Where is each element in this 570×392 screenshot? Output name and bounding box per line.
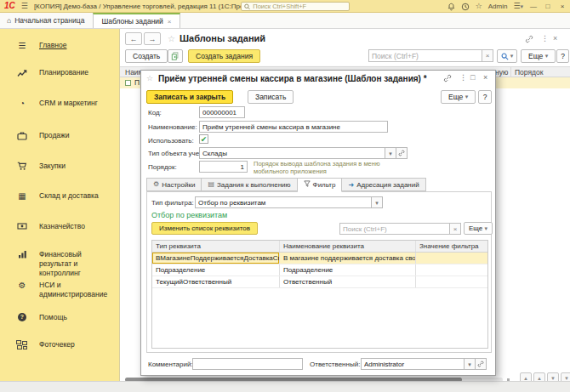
edit-attributes-list-button[interactable]: Изменить список реквизитов [151,222,258,235]
more-menu-icon[interactable]: ⋮ [541,35,549,43]
column-partial-header[interactable]: ную [495,68,508,77]
comment-field[interactable] [192,358,303,370]
filter-more-button[interactable]: Еще ▾ [464,222,493,235]
tab-label: Адресация заданий [356,181,419,189]
get-link-icon[interactable] [525,35,533,45]
back-button[interactable]: ← [125,32,142,45]
dialog-more-button[interactable]: Еще ▾ [441,90,476,104]
tab-filter[interactable]: Фильтр [298,178,343,192]
sidebar-item-photochecker[interactable]: Фоточекер [0,340,120,350]
order-label: Порядок: [148,163,177,171]
save-button[interactable]: Записать [248,90,294,104]
tab-task-addressing[interactable]: ➜Адресация заданий [342,178,425,191]
sidebar-item-purchases[interactable]: Закупки [0,162,120,171]
tab-settings[interactable]: ⚙Настройки [146,178,202,191]
create-by-copy-button[interactable] [168,49,183,63]
clear-filter-search-icon[interactable]: × [450,223,461,235]
table-row[interactable]: Подразделение Подразделение [152,264,487,276]
favorite-star-icon[interactable]: ☆ [168,34,175,43]
name-label: Наименование: [148,123,197,131]
table-row[interactable]: ВМагазинеПоддерживаетсяДоставкаСв... В м… [152,253,487,264]
grid-icon: ▦ [15,191,29,201]
col-attribute-name[interactable]: Наименование реквизита [280,241,416,252]
global-search-input[interactable] [253,3,346,10]
cell-attribute-type: Подразделение [152,264,280,276]
cell-filter-value [416,264,487,276]
list-search-field[interactable] [368,49,482,62]
window-title: [КОПИЯ] Демо-база / Управление торговлей… [34,3,276,10]
responsible-link-icon[interactable] [476,358,487,370]
more-button[interactable]: Еще ▾ [521,49,556,63]
current-user[interactable]: Admin [488,3,508,10]
dialog-titlebar: ☆ Приём утренней смены кассира в магазин… [141,71,495,88]
maximize-dialog-icon[interactable]: □ [470,74,475,82]
tab-close-icon[interactable]: × [168,18,172,26]
use-checkbox[interactable]: ✔ [199,134,208,144]
name-field[interactable] [199,121,388,133]
table-row[interactable]: ТекущийОтветственный Ответственный [152,276,487,288]
sidebar-item-treasury[interactable]: Казначейство [0,222,120,231]
notifications-bell-icon[interactable] [447,3,455,11]
cell-filter-value [416,276,487,287]
tab-home-page[interactable]: ⌂ Начальная страница [0,13,93,28]
clear-search-icon[interactable]: × [482,49,493,62]
sidebar-item-nsi-admin[interactable]: ⚙ НСИ и администрирование [0,281,120,299]
responsible-field[interactable] [361,358,465,370]
order-field[interactable] [199,161,248,173]
more-menu-icon[interactable]: ⋮ [459,74,467,82]
money-icon [15,222,29,230]
filter-type-field[interactable] [195,196,372,208]
sidebar-item-finance[interactable]: Финансовый результат и контроллинг [0,250,120,278]
filter-search-field[interactable] [339,223,450,235]
main-menu-icon[interactable]: ☰ [21,3,28,10]
close-dialog-icon[interactable]: × [483,74,487,82]
sections-sidebar: ☰ Главное Планирование ◔ CRM и маркетинг… [0,29,120,381]
object-type-link-icon[interactable] [396,147,408,159]
help-button[interactable]: ? [556,49,569,63]
sidebar-item-sales[interactable]: Продажи [0,131,120,140]
cell-attribute-name: В магазине поддерживается доставка своим… [280,253,416,264]
global-search[interactable] [241,2,350,11]
object-type-field[interactable] [199,147,385,159]
close-form-icon[interactable]: × [553,35,557,43]
sidebar-item-main[interactable]: ☰ Главное [0,41,120,50]
filter-type-dropdown-icon[interactable]: ▾ [372,196,383,208]
tab-label: Фильтр [313,181,336,189]
save-and-close-button[interactable]: Записать и закрыть [146,90,233,104]
minimize-window-icon[interactable]: — [529,3,538,10]
favorite-star-icon[interactable]: ☆ [146,74,153,82]
col-attribute-type[interactable]: Тип реквизита [152,241,280,252]
filter-search-input[interactable] [343,225,447,233]
get-link-icon[interactable] [443,74,452,84]
responsible-dropdown-icon[interactable]: ▾ [465,358,476,370]
bar-chart-icon [15,250,29,258]
filter-section-heading: Отбор по реквизитам [151,211,227,219]
briefcase-icon [15,131,29,140]
sidebar-item-crm[interactable]: ◔ CRM и маркетинг [0,99,120,108]
sidebar-item-help[interactable]: ? Помощь [0,313,120,322]
maximize-window-icon[interactable]: □ [544,3,552,10]
sidebar-label: Планирование [39,68,112,77]
tab-task-templates[interactable]: Шаблоны заданий × [93,13,180,28]
sidebar-item-warehouse[interactable]: ▦ Склад и доставка [0,191,120,201]
history-clock-icon[interactable] [461,3,470,11]
search-options-button[interactable]: ▾ [497,49,517,63]
col-filter-value[interactable]: Значение фильтра [416,241,487,252]
sidebar-item-planning[interactable]: Планирование [0,68,120,77]
sidebar-label: Главное [39,41,112,50]
funnel-icon [304,180,311,190]
dialog-help-button[interactable]: ? [478,90,492,104]
forward-button[interactable]: → [144,32,161,45]
cell-filter-value [416,253,487,264]
create-tasks-button[interactable]: Создать задания [188,49,260,63]
object-type-dropdown-icon[interactable]: ▾ [385,147,396,159]
list-search-input[interactable] [372,52,479,60]
column-order-header[interactable]: Порядок [515,68,543,77]
code-field[interactable] [199,106,245,118]
favorites-star-icon[interactable]: ☆ [476,3,482,10]
open-forms-tabbar: ⌂ Начальная страница Шаблоны заданий × [0,13,570,29]
tab-tasks-to-do[interactable]: ▤Задания к выполнению [202,178,297,191]
tools-settings-icon[interactable]: ☰▾ [513,3,523,10]
close-window-icon[interactable]: × [558,3,567,10]
create-button[interactable]: Создать [125,49,168,63]
